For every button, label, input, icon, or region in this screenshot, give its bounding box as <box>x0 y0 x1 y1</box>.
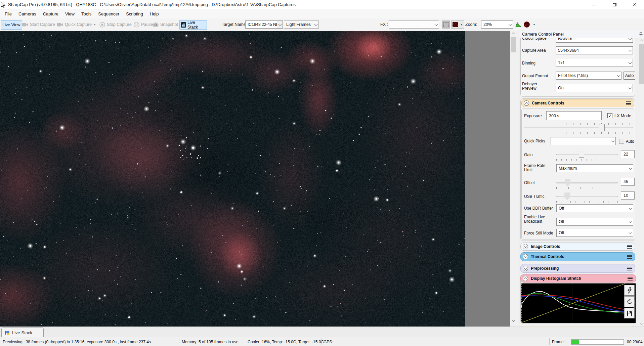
output-format-label: Output Format <box>522 74 548 78</box>
capture-area-select[interactable]: 5544x3684 <box>556 46 633 54</box>
thermal-controls-header[interactable]: Thermal Controls <box>520 252 635 261</box>
panel-scrollbar-thumb[interactable] <box>639 44 644 84</box>
live-broadcast-select[interactable]: Off <box>556 218 633 226</box>
camera-controls-title: Camera Controls <box>532 101 626 105</box>
section-menu-icon[interactable] <box>627 255 632 259</box>
bayer-pattern-button[interactable] <box>451 20 459 29</box>
thermal-controls-title: Thermal Controls <box>531 254 627 259</box>
frame-rate-limit-select[interactable]: Maximum <box>556 164 633 172</box>
expand-icon[interactable] <box>523 244 528 249</box>
live-stack-tab[interactable]: Live Stack <box>1 328 44 337</box>
exposure-auto-checkbox[interactable] <box>619 139 624 144</box>
menu-tools[interactable]: Tools <box>78 9 95 18</box>
zoom-combo[interactable]: 20% <box>481 20 513 29</box>
collapse-icon[interactable] <box>523 276 528 281</box>
panel-scroll-up[interactable] <box>639 38 644 43</box>
menu-scripting[interactable]: Scripting <box>123 9 146 18</box>
chevron-down-icon <box>628 205 633 212</box>
collapse-icon[interactable] <box>524 100 529 106</box>
expand-icon[interactable] <box>523 266 528 271</box>
section-menu-icon[interactable] <box>627 267 632 270</box>
scroll-down-button[interactable] <box>510 318 516 323</box>
output-format-select[interactable]: FITS files (*.fits) <box>556 72 621 80</box>
status-frame-time: 00:29/04:31 <box>627 340 644 344</box>
histogram-display[interactable] <box>521 283 636 323</box>
restore-button[interactable] <box>607 0 622 9</box>
chevron-up-icon <box>512 33 515 36</box>
menu-file[interactable]: File <box>1 9 15 18</box>
exposure-input[interactable]: 300 s <box>546 111 602 120</box>
section-menu-icon[interactable] <box>628 277 633 280</box>
preprocessing-header[interactable]: Preprocessing <box>520 264 635 273</box>
offset-value-box[interactable]: 45 <box>621 178 635 186</box>
panel-scroll-down[interactable] <box>639 321 644 327</box>
reset-stretch-button[interactable] <box>624 296 635 307</box>
camera-icon <box>22 23 28 27</box>
menu-cameras[interactable]: Cameras <box>15 9 40 18</box>
close-button[interactable] <box>627 0 642 9</box>
debayer-preview-select[interactable]: On <box>556 84 633 92</box>
exposure-label: Exposure <box>524 114 542 118</box>
histogram-stretch-title: Display Histogram Stretch <box>531 276 628 281</box>
pin-icon[interactable] <box>639 32 643 37</box>
live-view-button[interactable]: Live View <box>1 20 22 30</box>
selection-area-button[interactable] <box>442 20 450 29</box>
force-still-mode-label: Force Still Mode <box>524 231 553 235</box>
start-capture-button[interactable]: Start Capture <box>21 20 56 29</box>
stop-capture-label: Stop Capture <box>107 22 132 27</box>
quick-picks-label: Quick Picks <box>524 139 545 143</box>
save-stretch-button[interactable] <box>624 308 635 318</box>
live-stack-label: Live Stack <box>187 20 206 30</box>
gain-label: Gain <box>524 153 532 157</box>
fx-combo[interactable] <box>389 20 439 29</box>
status-bar: Previewing : 38 frames (0 dropped) in 1:… <box>0 337 644 346</box>
gain-slider-thumb[interactable] <box>579 151 584 158</box>
scroll-up-button[interactable] <box>510 31 516 37</box>
histogram-stretch-header[interactable]: Display Histogram Stretch <box>520 274 636 283</box>
menu-capture[interactable]: Capture <box>40 9 62 18</box>
section-menu-icon[interactable] <box>627 245 632 249</box>
pause-button[interactable]: Pause <box>133 20 154 29</box>
output-format-auto-button[interactable]: Auto <box>624 72 635 80</box>
bayer-pattern-dropdown[interactable]: ▼ <box>459 20 464 29</box>
lx-mode-checkbox[interactable]: ✓ <box>607 113 612 118</box>
live-preview-image[interactable] <box>0 31 465 327</box>
usb-traffic-value-box[interactable]: 10 <box>621 191 635 200</box>
section-menu-icon[interactable] <box>626 101 631 105</box>
camera-controls-header[interactable]: Camera Controls <box>521 99 634 107</box>
image-controls-header[interactable]: Image Controls <box>520 243 635 251</box>
gain-slider[interactable] <box>556 154 618 155</box>
frame-type-combo[interactable]: Light Frames <box>284 20 319 29</box>
live-stack-button[interactable]: Live Stack <box>179 20 207 30</box>
ddr-buffer-select[interactable]: Off <box>556 204 633 212</box>
stop-capture-button[interactable]: Stop Capture <box>98 20 133 29</box>
image-vertical-scrollbar[interactable] <box>510 31 516 323</box>
quick-capture-button[interactable]: Quick Capture ▼ <box>56 20 97 29</box>
chevron-down-icon <box>627 84 633 92</box>
display-histogram-button[interactable] <box>515 20 521 29</box>
expand-icon[interactable] <box>523 254 528 259</box>
toolbar: Live View Start Capture Quick Capture ▼ … <box>0 18 644 31</box>
auto-stretch-button[interactable] <box>624 285 635 296</box>
force-still-mode-select[interactable]: Off <box>556 229 633 237</box>
exposure-slider[interactable] <box>524 127 633 128</box>
target-name-combo[interactable]: IC1848 22-45 NBZ <box>245 20 283 29</box>
menu-help[interactable]: Help <box>146 9 162 18</box>
check-icon: ✓ <box>608 114 611 118</box>
scrollbar-thumb[interactable] <box>511 37 516 52</box>
menu-bar: File Cameras Capture View Tools Sequence… <box>0 9 644 18</box>
fx-label: FX : <box>380 22 388 27</box>
reticule-dropdown[interactable]: ▼ <box>532 20 536 29</box>
menu-view[interactable]: View <box>62 9 78 18</box>
minimize-button[interactable] <box>586 0 602 9</box>
status-gps: GPS: <box>324 340 333 344</box>
exposure-slider-thumb[interactable] <box>599 124 605 131</box>
panel-scrollbar[interactable] <box>639 38 644 327</box>
reticule-icon <box>523 21 530 28</box>
binning-select[interactable]: 1x1 <box>556 59 633 67</box>
reticule-button[interactable] <box>523 20 530 29</box>
menu-sequencer[interactable]: Sequencer <box>95 9 123 18</box>
gain-value-box[interactable]: 22 <box>621 150 635 158</box>
quick-picks-select[interactable] <box>551 137 616 145</box>
snapshot-button[interactable]: Snapshot <box>152 20 179 29</box>
